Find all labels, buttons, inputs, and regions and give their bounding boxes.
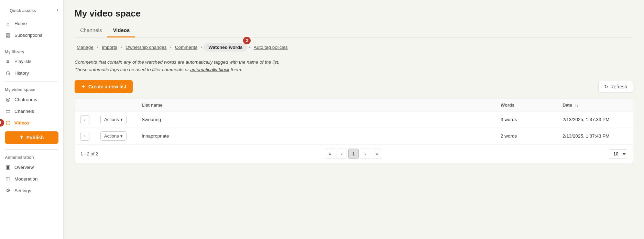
top-tabs: Channels Videos — [75, 24, 633, 37]
sidebar-item-home[interactable]: ⌂ Home — [0, 18, 63, 29]
expand-cell-1: › — [75, 111, 95, 128]
home-icon: ⌂ — [5, 21, 11, 26]
my-library-label: My library — [0, 47, 63, 56]
page-next-button[interactable]: › — [360, 149, 370, 159]
administration-label: Administration — [0, 152, 63, 161]
expand-row-2-button[interactable]: › — [80, 132, 89, 141]
per-page-select[interactable]: 10 25 50 — [609, 149, 627, 159]
pagination-controls: « ‹ 1 › » — [325, 149, 382, 159]
table: List name Words Date ↑↓ › Actions — [75, 99, 633, 144]
quick-access-label: Quick access — [5, 6, 41, 14]
history-icon: ◷ — [5, 70, 11, 76]
words-cell-1: 3 words — [495, 111, 557, 128]
listname-cell-1: Swearing — [136, 111, 495, 128]
actions-cell-1: Actions ▾ — [95, 111, 136, 128]
chatrooms-icon: ◎ — [5, 96, 11, 102]
sidebar-item-history[interactable]: ◷ History — [0, 67, 63, 79]
sidebar-item-channels[interactable]: ▭ Channels — [0, 105, 63, 117]
sidebar-item-label: Home — [14, 21, 27, 26]
sidebar-item-chatrooms[interactable]: ◎ Chatrooms — [0, 94, 63, 105]
publish-icon: ⬆ — [20, 135, 24, 140]
sidebar-item-videos[interactable]: 1 ▢ Videos — [0, 117, 63, 129]
sidebar-item-moderation[interactable]: ◫ Moderation — [0, 173, 63, 185]
description-line2: These automatic tags can be used to filt… — [75, 66, 633, 74]
sidebar-item-label: Playlists — [14, 59, 32, 64]
actions-dropdown-icon: ▾ — [120, 117, 123, 122]
subtab-comments[interactable]: Comments — [173, 43, 199, 51]
expand-row-1-button[interactable]: › — [80, 115, 89, 124]
my-video-space-label: My video space — [0, 85, 63, 94]
actions-row-2-button[interactable]: Actions ▾ — [100, 131, 127, 141]
settings-icon: ⚙ — [5, 187, 11, 194]
dot-5: • — [249, 45, 250, 50]
sidebar: Quick access ‹ ⌂ Home ▤ Subscriptions My… — [0, 0, 64, 239]
actions-cell-2: Actions ▾ — [95, 128, 136, 144]
page-first-button[interactable]: « — [325, 149, 335, 159]
sidebar-item-label: Settings — [14, 188, 31, 193]
sidebar-item-label: History — [14, 70, 29, 76]
dot-2: • — [121, 45, 122, 50]
table-row: › Actions ▾ Swearing 3 words 2/13/2025, … — [75, 111, 633, 128]
sidebar-item-subscriptions[interactable]: ▤ Subscriptions — [0, 29, 63, 41]
sidebar-item-label: Videos — [14, 120, 30, 126]
divider-1 — [5, 44, 58, 44]
annotation-badge-1: 1 — [0, 119, 4, 127]
divider-3 — [5, 149, 58, 150]
description-block: Comments that contain any of the watched… — [75, 58, 633, 73]
actions-dropdown-icon: ▾ — [120, 133, 123, 139]
sidebar-item-label: Channels — [14, 109, 34, 114]
create-list-button[interactable]: ＋ Create a new list — [75, 80, 133, 93]
description-line1: Comments that contain any of the watched… — [75, 58, 633, 66]
sidebar-header: Quick access ‹ — [0, 4, 63, 18]
subtab-imports[interactable]: Imports — [100, 43, 119, 51]
pagination-info: 1 - 2 of 2 — [80, 151, 98, 156]
refresh-button[interactable]: ↻ Refresh — [598, 81, 633, 93]
moderation-icon: ◫ — [5, 176, 11, 182]
table-row: › Actions ▾ Innapropriate 2 words 2/13/2… — [75, 128, 633, 144]
refresh-label: Refresh — [610, 84, 627, 89]
page-last-button[interactable]: » — [372, 149, 382, 159]
table-head: List name Words Date ↑↓ — [75, 99, 633, 111]
channels-icon: ▭ — [5, 108, 11, 114]
create-list-label: Create a new list — [88, 84, 127, 89]
actions-row-1-button[interactable]: Actions ▾ — [100, 115, 127, 124]
annotation-badge-2: 2 — [243, 37, 251, 44]
dot-1: • — [97, 45, 98, 50]
sidebar-item-playlists[interactable]: ≡ Playlists — [0, 56, 63, 67]
page-1-button[interactable]: 1 — [348, 149, 359, 159]
page-title: My video space — [75, 8, 633, 19]
col-listname-header: List name — [136, 99, 495, 111]
subtab-autotag[interactable]: Auto tag policies — [252, 43, 290, 51]
tab-videos[interactable]: Videos — [107, 24, 135, 37]
sidebar-item-settings[interactable]: ⚙ Settings — [0, 185, 63, 196]
subtab-manage[interactable]: Manage — [75, 43, 96, 51]
sidebar-item-label: Overview — [14, 165, 34, 170]
tab-channels[interactable]: Channels — [75, 24, 107, 37]
sidebar-collapse-button[interactable]: ‹ — [57, 7, 58, 13]
actions-label: Actions — [104, 117, 119, 122]
sort-icon: ↑↓ — [575, 103, 579, 107]
pagination: 1 - 2 of 2 « ‹ 1 › » 10 25 50 — [75, 144, 633, 163]
col-words-header: Words — [495, 99, 557, 111]
publish-button[interactable]: ⬆ Publish — [5, 131, 58, 144]
auto-block-link[interactable]: automatically block — [190, 67, 229, 72]
subtab-ownership[interactable]: Ownership changes — [123, 43, 168, 51]
col-actions-header — [95, 99, 136, 111]
main-content: My video space Channels Videos Manage • … — [64, 0, 644, 239]
listname-cell-2: Innapropriate — [136, 128, 495, 144]
dot-4: • — [201, 45, 202, 50]
col-date-header[interactable]: Date ↑↓ — [557, 99, 633, 111]
sidebar-item-label: Subscriptions — [14, 33, 42, 38]
watched-words-table: List name Words Date ↑↓ › Actions — [75, 99, 633, 163]
refresh-icon: ↻ — [604, 84, 608, 89]
dot-3: • — [170, 45, 172, 50]
publish-label: Publish — [26, 135, 44, 140]
expand-cell-2: › — [75, 128, 95, 144]
overview-icon: ▣ — [5, 164, 11, 170]
sub-tabs: Manage • Imports • Ownership changes • C… — [75, 43, 633, 52]
page-prev-button[interactable]: ‹ — [337, 149, 347, 159]
playlists-icon: ≡ — [5, 58, 11, 64]
toolbar: ＋ Create a new list ↻ Refresh — [75, 80, 633, 93]
sidebar-item-overview[interactable]: ▣ Overview — [0, 161, 63, 173]
subtab-watched-words[interactable]: Watched words — [204, 43, 247, 52]
